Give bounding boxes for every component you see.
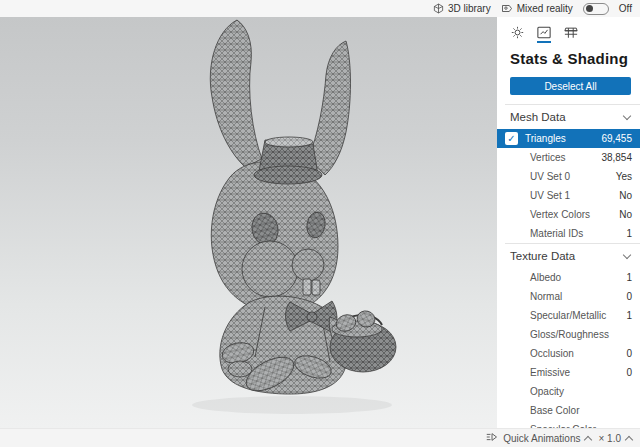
bow-tie-knot	[307, 312, 317, 322]
mixed-reality-button[interactable]: Mixed reality	[501, 3, 573, 14]
wireframe-rabbit-model	[0, 17, 497, 428]
stat-row-vertices[interactable]: Vertices 38,854	[497, 148, 640, 167]
stats-icon[interactable]	[537, 25, 551, 39]
bottom-toolbar: Quick Animations × 1.0	[0, 428, 640, 447]
stat-row-opacity[interactable]: Opacity	[497, 382, 640, 401]
toggle-state-label: Off	[619, 3, 632, 14]
stat-row-albedo[interactable]: Albedo 1	[497, 268, 640, 287]
materials-grid-icon[interactable]	[564, 25, 578, 39]
mixed-reality-label: Mixed reality	[517, 3, 573, 14]
mixed-reality-icon	[501, 3, 513, 14]
rabbit-cheek-right	[292, 249, 324, 281]
3d-viewport[interactable]	[0, 17, 497, 428]
3d-library-button[interactable]: 3D library	[433, 3, 491, 14]
top-toolbar: 3D library Mixed reality Off	[0, 0, 640, 17]
stat-row-uv-set-1[interactable]: UV Set 1 No	[497, 186, 640, 205]
toggle-knob	[586, 5, 593, 12]
stat-row-gloss-roughness[interactable]: Gloss/Roughness	[497, 325, 640, 344]
stat-row-material-ids[interactable]: Material IDs 1	[497, 224, 640, 243]
quick-animations-label: Quick Animations	[503, 433, 580, 444]
stat-row-occlusion[interactable]: Occlusion 0	[497, 344, 640, 363]
rabbit-left-paw	[228, 361, 252, 377]
3d-viewer-window: 3D library Mixed reality Off	[0, 0, 640, 447]
3d-library-icon	[433, 3, 444, 14]
stat-row-normal[interactable]: Normal 0	[497, 287, 640, 306]
quick-animations-icon	[486, 432, 498, 444]
page-title: Stats & Shading	[497, 43, 640, 69]
hat-brim	[254, 166, 322, 184]
mesh-data-label: Mesh Data	[510, 111, 566, 123]
chevron-up-icon	[625, 435, 633, 443]
stat-row-vertex-colors[interactable]: Vertex Colors No	[497, 205, 640, 224]
rabbit-left-ear	[210, 20, 262, 167]
stat-row-uv-set-0[interactable]: UV Set 0 Yes	[497, 167, 640, 186]
checkmark-icon: ✓	[507, 134, 515, 144]
stat-row-specular-metallic[interactable]: Specular/Metallic 1	[497, 306, 640, 325]
texture-data-label: Texture Data	[510, 250, 575, 262]
stat-row-base-color[interactable]: Base Color	[497, 401, 640, 420]
quick-animations-button[interactable]: Quick Animations	[486, 432, 591, 444]
chevron-down-icon	[623, 111, 631, 119]
ground-shadow	[192, 396, 392, 414]
animation-speed-button[interactable]: × 1.0	[598, 433, 632, 444]
texture-data-section-header[interactable]: Texture Data	[497, 244, 640, 268]
rabbit-cheek-left	[242, 241, 298, 297]
3d-library-label: 3D library	[448, 3, 491, 14]
mixed-reality-toggle[interactable]	[583, 3, 609, 15]
animation-speed-label: × 1.0	[598, 433, 621, 444]
environment-shading-icon[interactable]	[510, 25, 524, 39]
stat-row-emissive[interactable]: Emissive 0	[497, 363, 640, 382]
triangles-checkbox[interactable]: ✓	[505, 132, 518, 145]
rabbit-teeth	[312, 280, 320, 295]
stat-row-triangles[interactable]: ✓ Triangles 69,455	[497, 129, 640, 148]
panel-tab-bar	[497, 17, 640, 43]
mesh-data-section-header[interactable]: Mesh Data	[497, 105, 640, 129]
chevron-up-icon	[584, 435, 592, 443]
rabbit-teeth	[303, 279, 311, 295]
hat-top	[265, 137, 313, 147]
stats-shading-panel: Stats & Shading Deselect All Mesh Data ✓…	[497, 17, 640, 428]
deselect-all-button[interactable]: Deselect All	[510, 77, 631, 95]
stat-row-specular-color[interactable]: Specular Color	[497, 420, 640, 428]
chevron-down-icon	[623, 250, 631, 258]
